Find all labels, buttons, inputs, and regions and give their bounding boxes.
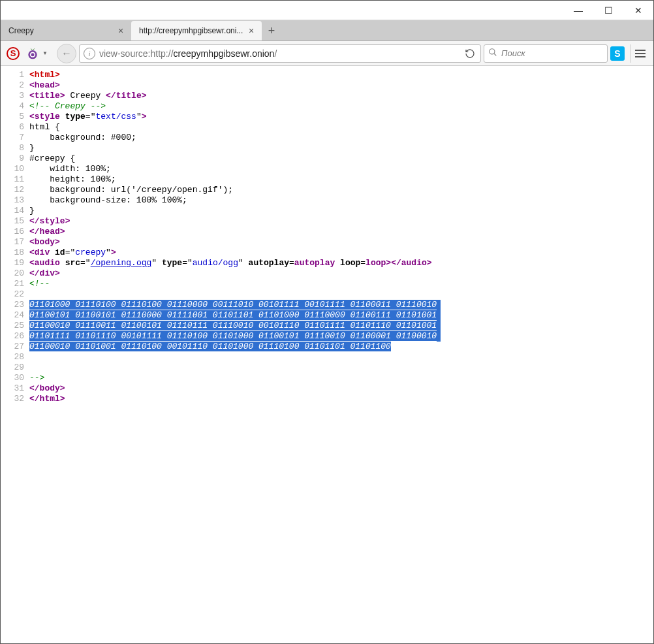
line-code[interactable]: <div id="creepy"> bbox=[29, 248, 653, 258]
source-line[interactable]: 6html { bbox=[1, 122, 653, 133]
source-line[interactable]: 2401100101 01100101 01110000 01111001 01… bbox=[1, 310, 653, 321]
source-line[interactable]: 22 bbox=[1, 289, 653, 300]
search-bar[interactable] bbox=[484, 44, 608, 63]
source-line[interactable]: 7 background: #000; bbox=[1, 133, 653, 143]
reload-button[interactable] bbox=[462, 46, 478, 61]
line-code[interactable]: <!-- Creepy --> bbox=[29, 101, 653, 112]
line-code[interactable]: </html> bbox=[29, 394, 653, 404]
source-line[interactable]: 8} bbox=[1, 143, 653, 153]
skype-icon[interactable]: S bbox=[610, 46, 625, 61]
line-code[interactable]: <audio src="/opening.ogg" type="audio/og… bbox=[29, 258, 653, 268]
line-number: 2 bbox=[1, 80, 29, 91]
search-input[interactable] bbox=[501, 48, 612, 58]
new-tab-button[interactable]: + bbox=[262, 21, 281, 40]
line-code[interactable] bbox=[29, 352, 653, 362]
line-code[interactable]: </body> bbox=[29, 383, 653, 394]
url-text[interactable]: view-source:http://creepymhpgibsewr.onio… bbox=[99, 48, 462, 59]
source-line[interactable]: 9#creepy { bbox=[1, 153, 653, 164]
line-code[interactable]: background: url('/creepy/open.gif'); bbox=[29, 185, 653, 195]
source-line[interactable]: 18<div id="creepy"> bbox=[1, 248, 653, 258]
source-line[interactable]: 1<html> bbox=[1, 70, 653, 80]
line-code[interactable]: background: #000; bbox=[29, 133, 653, 143]
tab-view-source[interactable]: http://creepymhpgibsewr.oni... × bbox=[131, 21, 262, 40]
source-line[interactable]: 28 bbox=[1, 352, 653, 362]
source-line[interactable]: 3<title> Creepy </title> bbox=[1, 91, 653, 101]
svg-point-3 bbox=[490, 49, 495, 54]
source-line[interactable]: 2601101111 01101110 00101111 01110100 01… bbox=[1, 331, 653, 342]
line-code[interactable]: width: 100%; bbox=[29, 164, 653, 174]
source-line[interactable]: 2<head> bbox=[1, 80, 653, 91]
source-line[interactable]: 20</div> bbox=[1, 268, 653, 279]
line-number: 31 bbox=[1, 383, 29, 394]
line-code[interactable]: <!-- bbox=[29, 279, 653, 289]
dropdown-caret-icon[interactable]: ▼ bbox=[42, 50, 48, 56]
tab-close-icon[interactable]: × bbox=[116, 25, 126, 36]
source-line[interactable]: 5<style type="text/css"> bbox=[1, 112, 653, 122]
tor-onion-icon[interactable] bbox=[24, 45, 41, 62]
line-code[interactable]: 01100010 01110011 01100101 01110111 0111… bbox=[29, 321, 653, 331]
source-line[interactable]: 2701100010 01101001 01110100 00101110 01… bbox=[1, 342, 653, 352]
line-code[interactable]: background-size: 100% 100%; bbox=[29, 195, 653, 206]
source-line[interactable]: 11 height: 100%; bbox=[1, 174, 653, 185]
line-code[interactable]: #creepy { bbox=[29, 153, 653, 164]
svg-line-4 bbox=[494, 54, 497, 56]
toolbar: S ▼ ← i view-source:http://creepymhpgibs… bbox=[1, 41, 653, 66]
source-line[interactable]: 31</body> bbox=[1, 383, 653, 394]
window-close-button[interactable]: ✕ bbox=[623, 1, 653, 20]
source-line[interactable]: 15</style> bbox=[1, 216, 653, 227]
line-code[interactable]: </head> bbox=[29, 227, 653, 237]
line-number: 18 bbox=[1, 248, 29, 258]
source-line[interactable]: 21<!-- bbox=[1, 279, 653, 289]
line-code[interactable] bbox=[29, 362, 653, 373]
line-number: 5 bbox=[1, 112, 29, 122]
line-code[interactable]: <html> bbox=[29, 70, 653, 80]
source-line[interactable]: 17<body> bbox=[1, 237, 653, 248]
line-number: 28 bbox=[1, 352, 29, 362]
source-line[interactable]: 4<!-- Creepy --> bbox=[1, 101, 653, 112]
line-code[interactable]: <body> bbox=[29, 237, 653, 248]
line-code[interactable]: } bbox=[29, 143, 653, 153]
site-info-icon[interactable]: i bbox=[84, 48, 95, 59]
window-maximize-button[interactable]: ☐ bbox=[593, 1, 623, 20]
line-number: 3 bbox=[1, 91, 29, 101]
line-number: 21 bbox=[1, 279, 29, 289]
source-line[interactable]: 14} bbox=[1, 206, 653, 216]
source-line[interactable]: 12 background: url('/creepy/open.gif'); bbox=[1, 185, 653, 195]
line-code[interactable]: } bbox=[29, 206, 653, 216]
source-line[interactable]: 13 background-size: 100% 100%; bbox=[1, 195, 653, 206]
line-code[interactable]: 01100010 01101001 01110100 00101110 0110… bbox=[29, 342, 653, 352]
source-line[interactable]: 30--> bbox=[1, 373, 653, 383]
tab-label: http://creepymhpgibsewr.oni... bbox=[139, 26, 243, 35]
source-line[interactable]: 16</head> bbox=[1, 227, 653, 237]
line-code[interactable]: height: 100%; bbox=[29, 174, 653, 185]
window-minimize-button[interactable]: — bbox=[563, 1, 593, 20]
tab-close-icon[interactable]: × bbox=[246, 25, 257, 36]
url-bar[interactable]: i view-source:http://creepymhpgibsewr.on… bbox=[79, 44, 481, 63]
menu-button[interactable] bbox=[630, 44, 649, 63]
line-code[interactable]: 01101000 01110100 01110100 01110000 0011… bbox=[29, 300, 653, 310]
window-titlebar: — ☐ ✕ bbox=[1, 1, 653, 20]
source-line[interactable]: 29 bbox=[1, 362, 653, 373]
line-code[interactable]: <style type="text/css"> bbox=[29, 112, 653, 122]
source-line[interactable]: 2501100010 01110011 01100101 01110111 01… bbox=[1, 321, 653, 331]
source-line[interactable]: 19<audio src="/opening.ogg" type="audio/… bbox=[1, 258, 653, 268]
line-code[interactable] bbox=[29, 289, 653, 300]
line-code[interactable]: <head> bbox=[29, 80, 653, 91]
url-host: creepymhpgibsewr.onion bbox=[174, 48, 275, 59]
line-code[interactable]: </div> bbox=[29, 268, 653, 279]
line-code[interactable]: html { bbox=[29, 122, 653, 133]
line-code[interactable]: </style> bbox=[29, 216, 653, 227]
line-code[interactable]: <title> Creepy </title> bbox=[29, 91, 653, 101]
line-code[interactable]: 01100101 01100101 01110000 01111001 0110… bbox=[29, 310, 653, 321]
noscript-icon[interactable]: S bbox=[5, 45, 22, 62]
line-code[interactable]: --> bbox=[29, 373, 653, 383]
source-line[interactable]: 10 width: 100%; bbox=[1, 164, 653, 174]
tab-creepy[interactable]: Creepy × bbox=[1, 21, 131, 40]
source-line[interactable]: 2301101000 01110100 01110100 01110000 00… bbox=[1, 300, 653, 310]
page-source-view[interactable]: 1<html>2<head>3<title> Creepy </title>4<… bbox=[1, 66, 653, 404]
line-code[interactable]: 01101111 01101110 00101111 01110100 0110… bbox=[29, 331, 653, 342]
source-line[interactable]: 32</html> bbox=[1, 394, 653, 404]
line-number: 15 bbox=[1, 216, 29, 227]
line-number: 6 bbox=[1, 122, 29, 133]
back-button[interactable]: ← bbox=[57, 44, 76, 63]
